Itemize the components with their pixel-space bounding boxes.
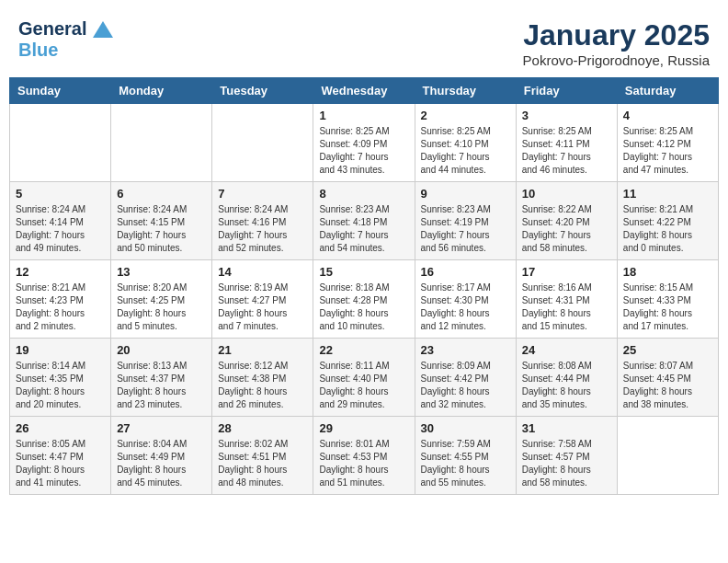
day-info: Sunrise: 8:08 AMSunset: 4:44 PMDaylight:… [522,360,611,411]
calendar-cell: 7Sunrise: 8:24 AMSunset: 4:16 PMDaylight… [212,182,313,260]
day-info: Sunrise: 8:23 AMSunset: 4:18 PMDaylight:… [319,203,408,255]
calendar-cell: 8Sunrise: 8:23 AMSunset: 4:18 PMDaylight… [313,182,415,260]
day-of-week-header: Friday [516,78,617,104]
day-number: 4 [623,109,712,122]
calendar-cell: 4Sunrise: 8:25 AMSunset: 4:12 PMDaylight… [617,104,718,182]
calendar-cell: 28Sunrise: 8:02 AMSunset: 4:51 PMDayligh… [212,417,313,495]
calendar-cell: 23Sunrise: 8:09 AMSunset: 4:42 PMDayligh… [415,339,516,417]
logo-blue: Blue [18,40,113,61]
calendar-cell: 17Sunrise: 8:16 AMSunset: 4:31 PMDayligh… [516,260,617,339]
calendar-week-row: 5Sunrise: 8:24 AMSunset: 4:14 PMDaylight… [10,182,719,260]
day-info: Sunrise: 7:59 AMSunset: 4:55 PMDaylight:… [421,438,510,489]
calendar-cell: 20Sunrise: 8:13 AMSunset: 4:37 PMDayligh… [111,339,212,417]
day-info: Sunrise: 8:16 AMSunset: 4:31 PMDaylight:… [522,282,611,333]
day-info: Sunrise: 8:04 AMSunset: 4:49 PMDaylight:… [117,438,206,489]
day-number: 26 [16,421,105,435]
day-info: Sunrise: 8:01 AMSunset: 4:53 PMDaylight:… [319,438,408,489]
calendar-cell [111,104,212,182]
calendar-cell [212,104,313,182]
calendar-cell: 24Sunrise: 8:08 AMSunset: 4:44 PMDayligh… [516,339,617,417]
calendar-cell: 21Sunrise: 8:12 AMSunset: 4:38 PMDayligh… [212,339,313,417]
day-info: Sunrise: 8:21 AMSunset: 4:22 PMDaylight:… [623,203,712,255]
day-number: 11 [623,187,712,201]
day-number: 1 [319,109,408,122]
calendar-cell: 16Sunrise: 8:17 AMSunset: 4:30 PMDayligh… [415,260,516,339]
day-number: 27 [117,421,206,435]
day-info: Sunrise: 8:22 AMSunset: 4:20 PMDaylight:… [522,203,611,255]
day-number: 14 [218,265,307,279]
logo-icon [93,21,113,40]
day-number: 22 [319,343,408,357]
day-of-week-header: Monday [111,78,212,104]
day-info: Sunrise: 8:24 AMSunset: 4:16 PMDaylight:… [218,203,307,255]
calendar-cell: 6Sunrise: 8:24 AMSunset: 4:15 PMDaylight… [111,182,212,260]
day-info: Sunrise: 8:15 AMSunset: 4:33 PMDaylight:… [623,282,712,333]
calendar-cell: 1Sunrise: 8:25 AMSunset: 4:09 PMDaylight… [313,104,415,182]
day-number: 8 [319,187,408,201]
calendar-cell: 31Sunrise: 7:58 AMSunset: 4:57 PMDayligh… [516,417,617,495]
day-number: 9 [421,187,510,201]
day-number: 25 [623,343,712,357]
calendar-cell: 12Sunrise: 8:21 AMSunset: 4:23 PMDayligh… [10,260,111,339]
day-info: Sunrise: 8:25 AMSunset: 4:12 PMDaylight:… [623,125,712,177]
calendar-cell: 2Sunrise: 8:25 AMSunset: 4:10 PMDaylight… [415,104,516,182]
day-of-week-header: Tuesday [212,78,313,104]
calendar-cell: 29Sunrise: 8:01 AMSunset: 4:53 PMDayligh… [313,417,415,495]
day-number: 28 [218,421,307,435]
day-number: 5 [16,187,105,201]
calendar-cell: 13Sunrise: 8:20 AMSunset: 4:25 PMDayligh… [111,260,212,339]
day-number: 16 [421,265,510,279]
day-info: Sunrise: 8:20 AMSunset: 4:25 PMDaylight:… [117,282,206,333]
calendar-table: SundayMondayTuesdayWednesdayThursdayFrid… [9,77,719,495]
logo-general: General [18,18,86,39]
day-info: Sunrise: 8:18 AMSunset: 4:28 PMDaylight:… [319,282,408,333]
calendar-cell: 26Sunrise: 8:05 AMSunset: 4:47 PMDayligh… [10,417,111,495]
day-info: Sunrise: 8:25 AMSunset: 4:11 PMDaylight:… [522,125,611,177]
calendar-cell: 30Sunrise: 7:59 AMSunset: 4:55 PMDayligh… [415,417,516,495]
day-number: 3 [522,109,611,122]
calendar-cell: 22Sunrise: 8:11 AMSunset: 4:40 PMDayligh… [313,339,415,417]
day-of-week-header: Thursday [415,78,516,104]
day-info: Sunrise: 8:25 AMSunset: 4:10 PMDaylight:… [421,125,510,177]
day-number: 30 [421,421,510,435]
day-number: 18 [623,265,712,279]
day-info: Sunrise: 8:17 AMSunset: 4:30 PMDaylight:… [421,282,510,333]
day-info: Sunrise: 8:09 AMSunset: 4:42 PMDaylight:… [421,360,510,411]
day-info: Sunrise: 8:25 AMSunset: 4:09 PMDaylight:… [319,125,408,177]
title-block: January 2025 Pokrovo-Prigorodnoye, Russi… [523,18,710,68]
calendar-cell: 10Sunrise: 8:22 AMSunset: 4:20 PMDayligh… [516,182,617,260]
logo: General Blue [18,18,113,61]
calendar-week-row: 19Sunrise: 8:14 AMSunset: 4:35 PMDayligh… [10,339,719,417]
calendar-header-row: SundayMondayTuesdayWednesdayThursdayFrid… [10,78,719,104]
day-info: Sunrise: 8:07 AMSunset: 4:45 PMDaylight:… [623,360,712,411]
day-number: 31 [522,421,611,435]
day-number: 24 [522,343,611,357]
day-info: Sunrise: 8:14 AMSunset: 4:35 PMDaylight:… [16,360,105,411]
day-info: Sunrise: 8:11 AMSunset: 4:40 PMDaylight:… [319,360,408,411]
day-info: Sunrise: 8:05 AMSunset: 4:47 PMDaylight:… [16,438,105,489]
day-number: 15 [319,265,408,279]
day-number: 17 [522,265,611,279]
day-number: 23 [421,343,510,357]
calendar-cell [10,104,111,182]
day-of-week-header: Wednesday [313,78,415,104]
day-number: 10 [522,187,611,201]
day-info: Sunrise: 8:24 AMSunset: 4:14 PMDaylight:… [16,203,105,255]
day-info: Sunrise: 8:23 AMSunset: 4:19 PMDaylight:… [421,203,510,255]
day-info: Sunrise: 8:13 AMSunset: 4:37 PMDaylight:… [117,360,206,411]
day-number: 12 [16,265,105,279]
day-info: Sunrise: 8:24 AMSunset: 4:15 PMDaylight:… [117,203,206,255]
calendar-cell: 27Sunrise: 8:04 AMSunset: 4:49 PMDayligh… [111,417,212,495]
day-info: Sunrise: 8:12 AMSunset: 4:38 PMDaylight:… [218,360,307,411]
svg-marker-0 [93,21,113,38]
month-title: January 2025 [523,18,710,52]
calendar-week-row: 26Sunrise: 8:05 AMSunset: 4:47 PMDayligh… [10,417,719,495]
calendar-cell: 25Sunrise: 8:07 AMSunset: 4:45 PMDayligh… [617,339,718,417]
calendar-cell: 15Sunrise: 8:18 AMSunset: 4:28 PMDayligh… [313,260,415,339]
calendar-week-row: 1Sunrise: 8:25 AMSunset: 4:09 PMDaylight… [10,104,719,182]
calendar-cell: 5Sunrise: 8:24 AMSunset: 4:14 PMDaylight… [10,182,111,260]
day-number: 6 [117,187,206,201]
page-header: General Blue January 2025 Pokrovo-Prigor… [9,9,719,73]
location: Pokrovo-Prigorodnoye, Russia [523,52,710,68]
day-info: Sunrise: 8:19 AMSunset: 4:27 PMDaylight:… [218,282,307,333]
